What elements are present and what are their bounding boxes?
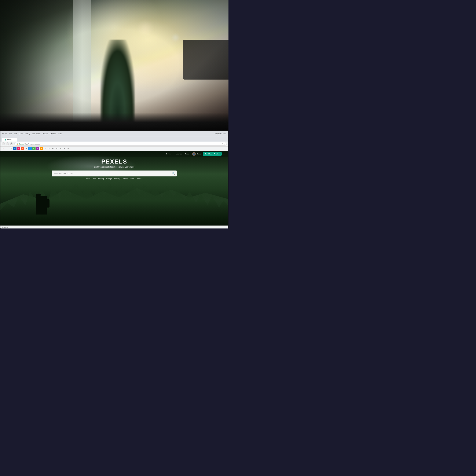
address-bar-row: ‹ › ↻ 🔒 Secure https://www.pexels.com ☆ … bbox=[0, 141, 228, 147]
menu-help[interactable]: Help bbox=[58, 133, 62, 135]
calendar-icon[interactable]: 📅 bbox=[9, 147, 13, 150]
menu-edit[interactable]: Edit bbox=[14, 133, 17, 135]
ext-2[interactable]: ◉ bbox=[17, 147, 20, 150]
tagline-text: Best free stock photos in one place. bbox=[94, 166, 124, 168]
pexels-nav: Browse ▾ License Tools 👤 Daniel Contribu… bbox=[0, 151, 228, 157]
reload-button[interactable]: ↻ bbox=[10, 142, 13, 145]
search-icon: 🔍 bbox=[172, 172, 175, 174]
menu-bookmarks[interactable]: Bookmarks bbox=[32, 133, 40, 135]
tab-favicon: P bbox=[5, 139, 6, 140]
ext-1[interactable]: W bbox=[13, 147, 17, 150]
hero-content: PEXELS Best free stock photos in one pla… bbox=[0, 158, 228, 180]
extensions-icon[interactable]: ⬦ bbox=[224, 143, 225, 145]
ext-15[interactable]: ◈ bbox=[67, 147, 70, 150]
learn-more-link[interactable]: Learn more bbox=[125, 166, 135, 168]
menu-people[interactable]: People bbox=[43, 133, 48, 135]
ext-8[interactable]: ▣ bbox=[40, 147, 43, 150]
browser-screen: hrome File Edit View History Bookmarks P… bbox=[0, 131, 228, 228]
user-name: Daniel bbox=[197, 153, 202, 155]
secure-label: Secure bbox=[19, 143, 24, 145]
back-button[interactable]: ‹ bbox=[2, 142, 5, 145]
search-tag-house[interactable]: house bbox=[86, 178, 90, 180]
pexels-hero: Browse ▾ License Tools 👤 Daniel Contribu… bbox=[0, 151, 228, 228]
background-photo bbox=[0, 0, 228, 133]
user-avatar: 👤 bbox=[192, 152, 196, 156]
system-time: 100 % Wed 16:15 bbox=[215, 133, 226, 135]
search-input[interactable]: Search for free photos... bbox=[54, 172, 171, 174]
search-tag-vintage[interactable]: vintage bbox=[106, 178, 112, 180]
menu-window[interactable]: Window bbox=[50, 133, 56, 135]
search-tag-phone[interactable]: phone bbox=[123, 178, 128, 180]
search-bar-wrapper: Search for free photos... 🔍 bbox=[52, 170, 177, 176]
user-avatar-button[interactable]: 👤 Daniel bbox=[191, 152, 203, 156]
ext-11[interactable]: ◆ bbox=[51, 147, 55, 150]
menu-history[interactable]: History bbox=[25, 133, 30, 135]
search-tag-wood[interactable]: wood bbox=[130, 178, 134, 180]
chrome-menu-items: hrome File Edit View History Bookmarks P… bbox=[2, 133, 62, 135]
nav-tools[interactable]: Tools bbox=[183, 153, 191, 155]
gmail-icon[interactable]: M bbox=[2, 147, 5, 150]
person-silhouette bbox=[28, 191, 55, 215]
bookmark-icon[interactable]: ☆ bbox=[222, 143, 223, 145]
ext-3[interactable]: A bbox=[21, 147, 24, 150]
nav-browse[interactable]: Browse ▾ bbox=[164, 153, 174, 155]
tagline: Best free stock photos in one place. Lea… bbox=[94, 166, 134, 168]
search-tag-meeting[interactable]: meeting bbox=[114, 178, 120, 180]
ext-14[interactable]: ⊞ bbox=[63, 147, 66, 150]
menu-view[interactable]: View bbox=[19, 133, 22, 135]
ext-7[interactable]: M bbox=[36, 147, 39, 150]
system-icons: 100 % Wed 16:15 bbox=[215, 133, 226, 135]
status-text: Searches bbox=[2, 226, 8, 228]
tab-label: Pexels bbox=[7, 139, 12, 140]
google-drive-icon[interactable]: ▲ bbox=[5, 147, 9, 150]
monitor: hrome File Edit View History Bookmarks P… bbox=[0, 130, 228, 228]
chrome-tab-bar: P Pexels ✕ bbox=[0, 137, 228, 141]
pexels-logo: PEXELS bbox=[101, 158, 127, 165]
ext-5[interactable]: T bbox=[28, 147, 32, 150]
search-tag-training[interactable]: training bbox=[98, 178, 104, 180]
chrome-menu-bar: hrome File Edit View History Bookmarks P… bbox=[0, 131, 228, 137]
address-bar-icons: ☆ ⬦ bbox=[222, 143, 225, 145]
ext-12[interactable]: ⊕ bbox=[55, 147, 58, 150]
ext-9[interactable]: ⚙ bbox=[44, 147, 47, 150]
search-bar[interactable]: Search for free photos... 🔍 bbox=[52, 170, 177, 176]
secure-icon: 🔒 bbox=[16, 143, 18, 145]
contribute-photos-button[interactable]: Contribute Photos bbox=[203, 152, 222, 156]
menu-chrome[interactable]: hrome bbox=[2, 133, 7, 135]
ext-4[interactable]: ▶ bbox=[25, 147, 28, 150]
status-bar: Searches bbox=[0, 225, 228, 228]
search-tag-more[interactable]: more → bbox=[137, 178, 143, 180]
ext-6[interactable]: ■ bbox=[32, 147, 35, 150]
search-tags: house blur training vintage meeting phon… bbox=[86, 178, 143, 180]
menu-file[interactable]: File bbox=[9, 133, 12, 135]
url-text: https://www.pexels.com bbox=[25, 143, 40, 145]
active-tab[interactable]: P Pexels ✕ bbox=[2, 138, 17, 141]
more-options-button[interactable]: ··· bbox=[222, 153, 225, 155]
toolbar-icons-row: M ▲ 📅 W ◉ A ▶ T ■ M ▣ ⚙ ● ◆ ⊕ ☰ ⊞ ◈ bbox=[0, 147, 228, 151]
pexels-website: Browse ▾ License Tools 👤 Daniel Contribu… bbox=[0, 151, 228, 228]
tab-close-icon[interactable]: ✕ bbox=[13, 139, 15, 140]
ext-13[interactable]: ☰ bbox=[59, 147, 62, 150]
address-bar[interactable]: 🔒 Secure https://www.pexels.com ☆ ⬦ bbox=[14, 142, 227, 146]
chevron-down-icon: ▾ bbox=[172, 153, 172, 155]
forward-button[interactable]: › bbox=[6, 142, 9, 145]
search-tag-blur[interactable]: blur bbox=[93, 178, 96, 180]
nav-license[interactable]: License bbox=[174, 153, 183, 155]
ext-10[interactable]: ● bbox=[47, 147, 51, 150]
